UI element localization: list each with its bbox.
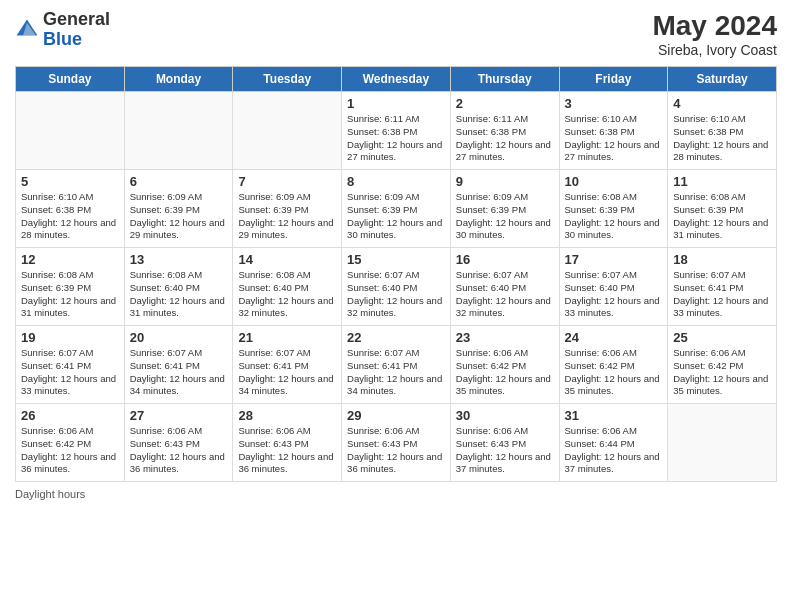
day-number: 27 [130,408,228,423]
sunrise-text: Sunrise: 6:10 AM [21,191,93,202]
sunrise-text: Sunrise: 6:10 AM [673,113,745,124]
daylight-text: Daylight: 12 hours and 29 minutes. [130,217,225,241]
footer: Daylight hours [15,488,777,500]
sunset-text: Sunset: 6:43 PM [130,438,200,449]
table-row [668,404,777,482]
table-row: 23Sunrise: 6:06 AMSunset: 6:42 PMDayligh… [450,326,559,404]
table-row: 6Sunrise: 6:09 AMSunset: 6:39 PMDaylight… [124,170,233,248]
daylight-text: Daylight: 12 hours and 35 minutes. [565,373,660,397]
cell-details: Sunrise: 6:07 AMSunset: 6:41 PMDaylight:… [238,347,336,398]
sunset-text: Sunset: 6:38 PM [456,126,526,137]
sunset-text: Sunset: 6:43 PM [347,438,417,449]
sunrise-text: Sunrise: 6:08 AM [238,269,310,280]
sunset-text: Sunset: 6:42 PM [673,360,743,371]
daylight-text: Daylight: 12 hours and 35 minutes. [673,373,768,397]
table-row [16,92,125,170]
sunrise-text: Sunrise: 6:08 AM [130,269,202,280]
logo-text: General Blue [43,10,110,50]
daylight-label: Daylight hours [15,488,85,500]
page: General Blue May 2024 Sireba, Ivory Coas… [0,0,792,612]
table-row: 1Sunrise: 6:11 AMSunset: 6:38 PMDaylight… [342,92,451,170]
daylight-text: Daylight: 12 hours and 36 minutes. [21,451,116,475]
sunset-text: Sunset: 6:42 PM [21,438,91,449]
day-number: 11 [673,174,771,189]
day-number: 15 [347,252,445,267]
daylight-text: Daylight: 12 hours and 36 minutes. [347,451,442,475]
daylight-text: Daylight: 12 hours and 35 minutes. [456,373,551,397]
sunset-text: Sunset: 6:44 PM [565,438,635,449]
sunset-text: Sunset: 6:40 PM [347,282,417,293]
header: General Blue May 2024 Sireba, Ivory Coas… [15,10,777,58]
daylight-text: Daylight: 12 hours and 27 minutes. [456,139,551,163]
sunrise-text: Sunrise: 6:07 AM [238,347,310,358]
sunset-text: Sunset: 6:39 PM [130,204,200,215]
col-tuesday: Tuesday [233,67,342,92]
cell-details: Sunrise: 6:09 AMSunset: 6:39 PMDaylight:… [238,191,336,242]
sunset-text: Sunset: 6:41 PM [238,360,308,371]
sunrise-text: Sunrise: 6:11 AM [456,113,528,124]
table-row: 29Sunrise: 6:06 AMSunset: 6:43 PMDayligh… [342,404,451,482]
day-number: 19 [21,330,119,345]
daylight-text: Daylight: 12 hours and 36 minutes. [238,451,333,475]
sunset-text: Sunset: 6:40 PM [238,282,308,293]
daylight-text: Daylight: 12 hours and 30 minutes. [565,217,660,241]
cell-details: Sunrise: 6:10 AMSunset: 6:38 PMDaylight:… [21,191,119,242]
table-row [233,92,342,170]
calendar-week-row: 5Sunrise: 6:10 AMSunset: 6:38 PMDaylight… [16,170,777,248]
cell-details: Sunrise: 6:06 AMSunset: 6:43 PMDaylight:… [130,425,228,476]
sunset-text: Sunset: 6:39 PM [347,204,417,215]
table-row: 9Sunrise: 6:09 AMSunset: 6:39 PMDaylight… [450,170,559,248]
sunset-text: Sunset: 6:38 PM [347,126,417,137]
cell-details: Sunrise: 6:10 AMSunset: 6:38 PMDaylight:… [673,113,771,164]
day-number: 5 [21,174,119,189]
sunset-text: Sunset: 6:39 PM [673,204,743,215]
daylight-text: Daylight: 12 hours and 37 minutes. [565,451,660,475]
col-monday: Monday [124,67,233,92]
table-row: 17Sunrise: 6:07 AMSunset: 6:40 PMDayligh… [559,248,668,326]
table-row: 24Sunrise: 6:06 AMSunset: 6:42 PMDayligh… [559,326,668,404]
logo-icon [15,18,39,42]
daylight-text: Daylight: 12 hours and 27 minutes. [347,139,442,163]
logo-blue: Blue [43,29,82,49]
day-number: 26 [21,408,119,423]
cell-details: Sunrise: 6:06 AMSunset: 6:42 PMDaylight:… [565,347,663,398]
logo-general: General [43,9,110,29]
sunrise-text: Sunrise: 6:07 AM [673,269,745,280]
calendar-week-row: 26Sunrise: 6:06 AMSunset: 6:42 PMDayligh… [16,404,777,482]
sunrise-text: Sunrise: 6:07 AM [130,347,202,358]
daylight-text: Daylight: 12 hours and 37 minutes. [456,451,551,475]
day-number: 31 [565,408,663,423]
daylight-text: Daylight: 12 hours and 31 minutes. [21,295,116,319]
table-row: 30Sunrise: 6:06 AMSunset: 6:43 PMDayligh… [450,404,559,482]
daylight-text: Daylight: 12 hours and 33 minutes. [673,295,768,319]
sunrise-text: Sunrise: 6:06 AM [456,347,528,358]
cell-details: Sunrise: 6:08 AMSunset: 6:40 PMDaylight:… [130,269,228,320]
daylight-text: Daylight: 12 hours and 27 minutes. [565,139,660,163]
day-number: 18 [673,252,771,267]
sunrise-text: Sunrise: 6:11 AM [347,113,419,124]
day-number: 10 [565,174,663,189]
sunrise-text: Sunrise: 6:06 AM [347,425,419,436]
cell-details: Sunrise: 6:06 AMSunset: 6:43 PMDaylight:… [456,425,554,476]
table-row: 3Sunrise: 6:10 AMSunset: 6:38 PMDaylight… [559,92,668,170]
day-number: 22 [347,330,445,345]
sunrise-text: Sunrise: 6:07 AM [21,347,93,358]
daylight-text: Daylight: 12 hours and 30 minutes. [347,217,442,241]
col-sunday: Sunday [16,67,125,92]
day-number: 28 [238,408,336,423]
daylight-text: Daylight: 12 hours and 32 minutes. [456,295,551,319]
table-row: 8Sunrise: 6:09 AMSunset: 6:39 PMDaylight… [342,170,451,248]
col-thursday: Thursday [450,67,559,92]
sunset-text: Sunset: 6:40 PM [130,282,200,293]
sunrise-text: Sunrise: 6:06 AM [456,425,528,436]
sunset-text: Sunset: 6:41 PM [347,360,417,371]
day-number: 25 [673,330,771,345]
sunrise-text: Sunrise: 6:09 AM [238,191,310,202]
sunset-text: Sunset: 6:38 PM [565,126,635,137]
day-number: 17 [565,252,663,267]
sunset-text: Sunset: 6:38 PM [673,126,743,137]
table-row: 28Sunrise: 6:06 AMSunset: 6:43 PMDayligh… [233,404,342,482]
table-row: 22Sunrise: 6:07 AMSunset: 6:41 PMDayligh… [342,326,451,404]
sunset-text: Sunset: 6:38 PM [21,204,91,215]
daylight-text: Daylight: 12 hours and 31 minutes. [130,295,225,319]
